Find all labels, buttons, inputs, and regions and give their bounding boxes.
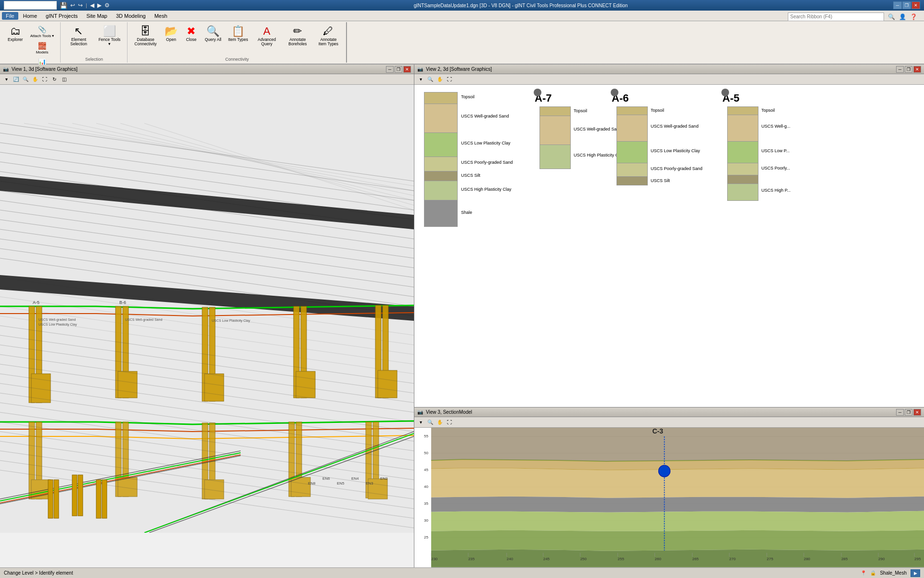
menu-gint-projects[interactable]: gINT Projects (42, 12, 81, 20)
arrow-left-icon[interactable]: ◀ (90, 2, 94, 9)
view1-content[interactable]: A-5 B-6 C-7 USCS Well-graded Sand USCS L… (0, 85, 414, 567)
A6-pgs: USCS Poorly-graded Sand (616, 163, 648, 177)
menu-home[interactable]: Home (19, 12, 41, 20)
view1-icon: 📷 (3, 66, 9, 72)
database-icon: 🗄 (140, 26, 151, 37)
view3-icon: 📷 (417, 409, 423, 415)
A6-label: A-6 (612, 92, 708, 105)
menu-bar: File Home gINT Projects Site Map 3D Mode… (0, 11, 924, 21)
advanced-query-button[interactable]: A Advanced Query (252, 24, 282, 49)
vtb-zoom-in[interactable]: 🔍 (21, 75, 30, 84)
svg-text:280: 280 (804, 557, 810, 561)
annotate-boreholes-button[interactable]: ✏ Annotate Boreholes (282, 24, 312, 49)
svg-marker-115 (431, 428, 924, 461)
view2-icon: 📷 (417, 66, 423, 72)
close-button[interactable]: ✕ (911, 1, 920, 9)
v3-menu[interactable]: ▾ (416, 418, 425, 427)
svg-marker-118 (431, 497, 924, 512)
status-right-button[interactable]: ▶ (911, 569, 920, 577)
geo-combo[interactable]: Geotechnical (4, 1, 57, 10)
A7-sand: USCS Well-graded Sand (539, 116, 571, 145)
item-types-button[interactable]: 📋 Item Types (225, 24, 251, 44)
v2-fit[interactable]: ⛶ (445, 75, 454, 84)
layer-shale: Shale (424, 200, 458, 227)
ribbon-group-connectivity: 🗄 Database Connectivity 📂 Open ✖ Close 🔍… (128, 22, 347, 63)
v2-zoom[interactable]: 🔍 (426, 75, 435, 84)
A5-lpc: USCS Low P... (727, 142, 758, 163)
svg-text:260: 260 (655, 557, 662, 561)
undo-icon[interactable]: ↩ (70, 2, 75, 9)
close-db-button[interactable]: ✖ Close (181, 24, 201, 44)
v2-pan[interactable]: ✋ (436, 75, 444, 84)
A6-wgs: USCS Well-graded Sand (616, 115, 648, 142)
v3-pan[interactable]: ✋ (436, 418, 444, 427)
database-connectivity-button[interactable]: 🗄 Database Connectivity (130, 24, 160, 49)
explorer-button[interactable]: 🗂 Explorer (5, 24, 26, 44)
query-all-icon: 🔍 (206, 26, 219, 37)
attach-tools-button[interactable]: 📎 Attach Tools ▾ (27, 24, 58, 39)
view3-close[interactable]: ✕ (913, 409, 921, 416)
quick-access-toolbar[interactable]: Geotechnical 💾 ↩ ↪ | ◀ ▶ ⚙ (4, 1, 148, 10)
search-icon[interactable]: 🔍 (888, 13, 895, 20)
minimize-button[interactable]: ─ (893, 1, 902, 9)
models-button[interactable]: 🧱 Models (27, 40, 58, 56)
view3-controls: ─ ❐ ✕ (896, 409, 921, 416)
element-selection-button[interactable]: ↖ Element Selection (64, 24, 93, 49)
settings-icon[interactable]: ⚙ (104, 2, 110, 9)
restore-button[interactable]: ❐ (902, 1, 911, 9)
vtb-view-menu[interactable]: ▾ (2, 75, 11, 84)
v3-fit[interactable]: ⛶ (445, 418, 454, 427)
svg-text:USCS Well-graded Sand: USCS Well-graded Sand (125, 318, 162, 322)
v2-menu[interactable]: ▾ (416, 75, 425, 84)
save-icon[interactable]: 💾 (60, 2, 67, 9)
svg-marker-121 (431, 550, 924, 567)
svg-text:EN8: EN8 (308, 481, 316, 486)
annotate-item-types-button[interactable]: 🖊 Annotate Item Types (313, 24, 343, 49)
fence-tools-button[interactable]: ⬜ Fence Tools ▾ (94, 24, 124, 49)
A5-wgs: USCS Well-g... (727, 115, 758, 142)
menu-3d-modeling[interactable]: 3D Modeling (112, 12, 150, 20)
svg-rect-43 (378, 370, 397, 398)
svg-rect-96 (54, 480, 59, 518)
ribbon: 🗂 Explorer 📎 Attach Tools ▾ 🧱 Models 📊 L… (0, 21, 924, 65)
menu-site-map[interactable]: Site Map (83, 12, 111, 20)
view1-minimize[interactable]: ─ (386, 66, 394, 73)
v3-zoom[interactable]: 🔍 (426, 418, 435, 427)
view3-header: 📷 View 3, SectionModel ─ ❐ ✕ (414, 407, 924, 417)
user-icon[interactable]: 👤 (899, 13, 906, 20)
view1-close[interactable]: ✕ (403, 66, 411, 73)
vtb-pan[interactable]: ✋ (31, 75, 39, 84)
explorer-icon: 🗂 (10, 26, 21, 37)
arrow-right-icon[interactable]: ▶ (97, 2, 102, 9)
open-button[interactable]: 📂 Open (161, 24, 180, 44)
view3-content[interactable]: 55 50 45 40 35 30 25 (414, 428, 924, 567)
svg-text:A-5: A-5 (33, 300, 39, 305)
menu-mesh[interactable]: Mesh (151, 12, 171, 20)
help-icon[interactable]: ❓ (910, 13, 917, 20)
menu-file[interactable]: File (2, 12, 18, 20)
svg-text:255: 255 (618, 557, 625, 561)
view1-restore[interactable]: ❐ (395, 66, 402, 73)
A6-silt: USCS Silt (616, 177, 648, 185)
view2-minimize[interactable]: ─ (896, 66, 904, 73)
view2-close[interactable]: ✕ (913, 66, 921, 73)
item-types-icon: 📋 (231, 26, 244, 37)
separator: | (86, 2, 87, 8)
redo-icon[interactable]: ↪ (78, 2, 83, 9)
main-area: 📷 View 1, 3d [Software Graphics] ─ ❐ ✕ ▾… (0, 65, 924, 567)
layer-low-plasticity-clay: USCS Low Plasticity Clay (424, 133, 458, 157)
window-controls: ─ ❐ ✕ (893, 1, 920, 9)
view3-minimize[interactable]: ─ (896, 409, 904, 416)
vtb-rotate[interactable]: 🔄 (12, 75, 20, 84)
search-ribbon-input[interactable] (788, 13, 884, 21)
A7-hpc: USCS High Plasticity Clay (539, 145, 571, 169)
A6-topsoil: Topsoil (616, 106, 648, 115)
attach-icon: 📎 (38, 26, 46, 33)
view2-restore[interactable]: ❐ (905, 66, 912, 73)
vtb-3d-rotate[interactable]: ↻ (50, 75, 59, 84)
query-all-button[interactable]: 🔍 Query All (202, 24, 224, 44)
vtb-fit[interactable]: ⛶ (40, 75, 49, 84)
view3-restore[interactable]: ❐ (905, 409, 912, 416)
view2-content[interactable]: Topsoil USCS Well-graded Sand USCS Low P… (414, 85, 924, 407)
vtb-iso[interactable]: ◫ (60, 75, 68, 84)
